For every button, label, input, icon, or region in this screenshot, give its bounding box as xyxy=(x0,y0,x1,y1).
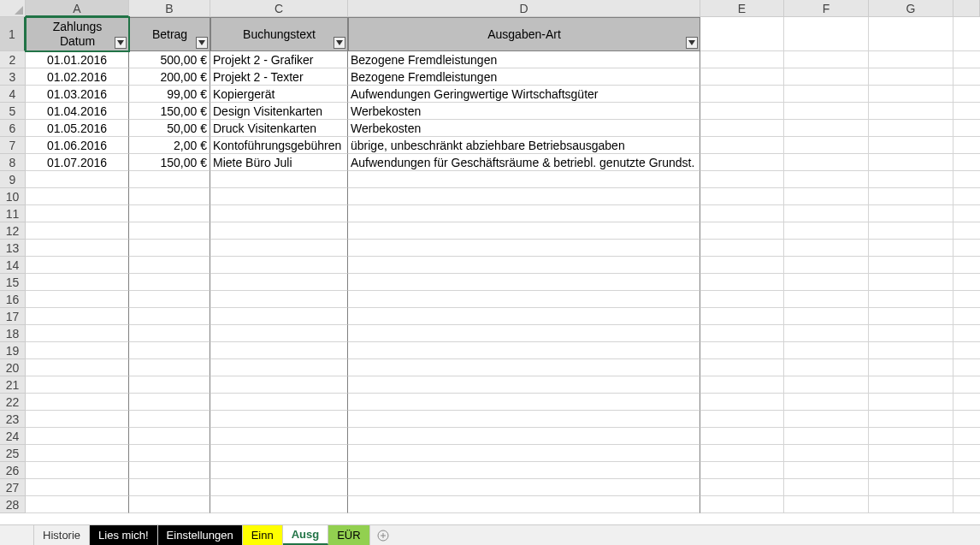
cell[interactable] xyxy=(784,240,869,257)
cell[interactable] xyxy=(700,51,784,68)
cell-text[interactable]: Projekt 2 - Grafiker xyxy=(210,51,348,68)
cell[interactable] xyxy=(700,154,784,171)
cell-art[interactable]: übrige, unbeschränkt abziehbare Betriebs… xyxy=(348,137,700,154)
cell[interactable] xyxy=(129,445,210,462)
cell[interactable] xyxy=(953,342,980,359)
cell[interactable] xyxy=(953,17,980,51)
select-all-corner[interactable] xyxy=(0,0,26,17)
cell[interactable] xyxy=(129,342,210,359)
cell[interactable] xyxy=(869,411,953,428)
column-header-G[interactable]: G xyxy=(869,0,953,17)
row-header-23[interactable]: 23 xyxy=(0,411,26,428)
cell[interactable] xyxy=(700,171,784,188)
cell[interactable] xyxy=(953,428,980,445)
cell[interactable] xyxy=(210,274,348,291)
cell[interactable] xyxy=(348,359,700,376)
cell[interactable] xyxy=(953,462,980,479)
cell[interactable] xyxy=(129,291,210,308)
cell[interactable] xyxy=(700,359,784,376)
cell[interactable] xyxy=(784,376,869,394)
cell-date[interactable]: 01.07.2016 xyxy=(26,154,129,171)
column-header-A[interactable]: A xyxy=(26,0,129,17)
cell[interactable] xyxy=(869,205,953,222)
cell-betrag[interactable]: 99,00 € xyxy=(129,86,210,103)
cell[interactable] xyxy=(953,222,980,240)
cell[interactable] xyxy=(700,17,784,51)
cell[interactable] xyxy=(26,342,129,359)
cell[interactable] xyxy=(784,308,869,325)
cell-art[interactable]: Aufwendungen für Geschäftsräume & betrie… xyxy=(348,154,700,171)
cell[interactable] xyxy=(784,462,869,479)
cell[interactable] xyxy=(700,103,784,120)
cell[interactable] xyxy=(784,496,869,513)
cell[interactable] xyxy=(953,68,980,86)
cell[interactable] xyxy=(26,445,129,462)
cell[interactable] xyxy=(210,462,348,479)
cell[interactable] xyxy=(700,325,784,342)
cell[interactable] xyxy=(869,120,953,137)
cell[interactable] xyxy=(700,240,784,257)
row-header-4[interactable]: 4 xyxy=(0,86,26,103)
cell[interactable] xyxy=(26,240,129,257)
cell[interactable] xyxy=(784,274,869,291)
cell-betrag[interactable]: 2,00 € xyxy=(129,137,210,154)
cell[interactable] xyxy=(700,257,784,274)
cell[interactable] xyxy=(784,445,869,462)
row-header-18[interactable]: 18 xyxy=(0,325,26,342)
cell-text[interactable]: Kontoführungsgebühren xyxy=(210,137,348,154)
row-header-15[interactable]: 15 xyxy=(0,274,26,291)
row-header-16[interactable]: 16 xyxy=(0,291,26,308)
cell[interactable] xyxy=(348,308,700,325)
cell[interactable] xyxy=(129,222,210,240)
row-header-27[interactable]: 27 xyxy=(0,479,26,496)
row-header-20[interactable]: 20 xyxy=(0,359,26,376)
cell[interactable] xyxy=(784,479,869,496)
cell[interactable] xyxy=(26,462,129,479)
cell[interactable] xyxy=(348,376,700,394)
cell[interactable] xyxy=(700,308,784,325)
row-header-3[interactable]: 3 xyxy=(0,68,26,86)
cell[interactable] xyxy=(210,188,348,205)
row-header-1[interactable]: 1 xyxy=(0,17,26,51)
cell[interactable] xyxy=(26,394,129,411)
table-header-D[interactable]: Ausgaben-Art xyxy=(348,17,700,51)
cell[interactable] xyxy=(700,68,784,86)
cell-betrag[interactable]: 500,00 € xyxy=(129,51,210,68)
cell[interactable] xyxy=(953,86,980,103)
cell[interactable] xyxy=(869,188,953,205)
cell-betrag[interactable]: 50,00 € xyxy=(129,120,210,137)
cell[interactable] xyxy=(129,171,210,188)
cell[interactable] xyxy=(869,359,953,376)
cell-text[interactable]: Miete Büro Juli xyxy=(210,154,348,171)
cell[interactable] xyxy=(869,291,953,308)
row-header-22[interactable]: 22 xyxy=(0,394,26,411)
cell[interactable] xyxy=(348,411,700,428)
cell[interactable] xyxy=(129,394,210,411)
cell[interactable] xyxy=(129,462,210,479)
cell[interactable] xyxy=(210,411,348,428)
cell[interactable] xyxy=(700,376,784,394)
cell[interactable] xyxy=(953,308,980,325)
cell[interactable] xyxy=(26,222,129,240)
cell[interactable] xyxy=(869,479,953,496)
cell[interactable] xyxy=(869,462,953,479)
cell[interactable] xyxy=(210,428,348,445)
cell-betrag[interactable]: 150,00 € xyxy=(129,103,210,120)
cell[interactable] xyxy=(129,376,210,394)
cell[interactable] xyxy=(953,188,980,205)
cell[interactable] xyxy=(348,240,700,257)
row-header-7[interactable]: 7 xyxy=(0,137,26,154)
cell[interactable] xyxy=(129,274,210,291)
cell[interactable] xyxy=(953,394,980,411)
cell-text[interactable]: Design Visitenkarten xyxy=(210,103,348,120)
cell-date[interactable]: 01.04.2016 xyxy=(26,103,129,120)
cell[interactable] xyxy=(700,411,784,428)
column-header-B[interactable]: B xyxy=(129,0,210,17)
cell[interactable] xyxy=(869,257,953,274)
row-header-12[interactable]: 12 xyxy=(0,222,26,240)
cell[interactable] xyxy=(210,171,348,188)
cell[interactable] xyxy=(784,222,869,240)
cell-text[interactable]: Projekt 2 - Texter xyxy=(210,68,348,86)
column-header-F[interactable]: F xyxy=(784,0,869,17)
row-header-25[interactable]: 25 xyxy=(0,445,26,462)
